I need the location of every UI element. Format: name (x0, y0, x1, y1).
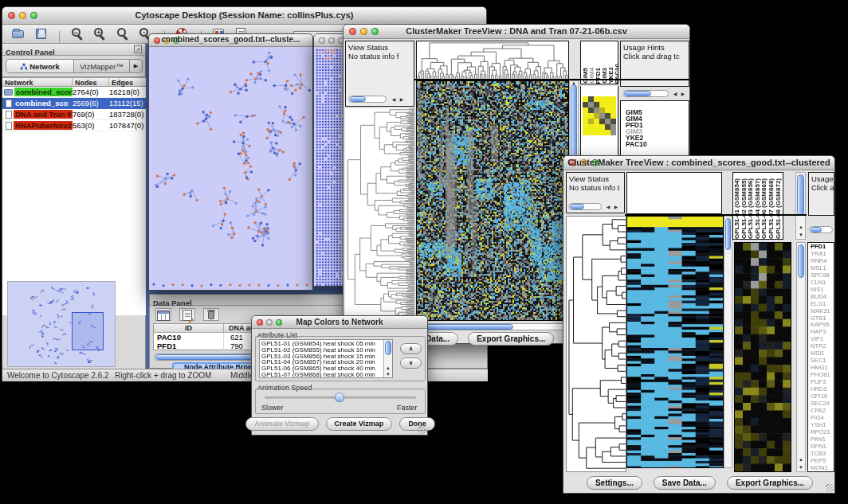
attribute-list-item[interactable]: GPL51-07 (GSM868) heat shock 60 min (261, 372, 391, 378)
tv2-row-dendrogram[interactable] (566, 216, 626, 472)
zoom-heatmap-cell[interactable] (605, 119, 610, 124)
scroll-right-icon[interactable] (680, 92, 686, 96)
tab-vizmapper[interactable]: VizMapper™ (74, 59, 130, 73)
scroll-down-icon[interactable] (798, 465, 804, 470)
open-session-icon[interactable] (11, 27, 26, 41)
zoom-heatmap-cell[interactable] (610, 102, 616, 107)
resize-grip[interactable] (826, 484, 834, 492)
tv1-column-dendrogram[interactable] (416, 41, 569, 80)
col-network[interactable]: Network (2, 78, 73, 86)
zoom-heatmap-cell[interactable] (605, 124, 610, 130)
scroll-right-icon[interactable] (398, 97, 405, 102)
zoom-in-icon[interactable]: + (93, 27, 108, 41)
done-button[interactable]: Done (399, 417, 435, 431)
zoom-heatmap-cell[interactable] (599, 107, 605, 113)
zoom-heatmap-cell[interactable] (594, 119, 599, 124)
overview-selection-rect[interactable] (72, 312, 104, 350)
tv2-heatmap-vscrollbar[interactable] (724, 216, 732, 468)
network-row[interactable]: combined_sco2569(6)13112(15) (2, 98, 146, 109)
zoom-heatmap-cell[interactable] (599, 102, 605, 107)
resize-grip[interactable] (418, 426, 426, 434)
zoom-heatmap-cell[interactable] (594, 113, 599, 119)
zoom-heatmap-cell[interactable] (610, 124, 616, 130)
scroll-down-icon[interactable] (385, 372, 391, 377)
zoom-heatmap-cell[interactable] (605, 96, 610, 102)
export-graphics-button[interactable]: Export Graphics... (468, 332, 554, 346)
move-down-button[interactable]: ∨ (400, 357, 422, 369)
zoom-heatmap-cell[interactable] (583, 107, 588, 113)
main-titlebar[interactable]: Cytoscape Desktop (Session Name: collins… (2, 7, 486, 25)
animation-speed-slider[interactable] (265, 397, 416, 399)
dialog-titlebar[interactable]: Map Colors to Network (252, 316, 427, 329)
zoom-heatmap-cell[interactable] (588, 130, 594, 135)
slider-thumb[interactable] (335, 393, 344, 402)
zoom-heatmap-cell[interactable] (605, 130, 610, 135)
attribute-list-scrollbar[interactable] (383, 340, 392, 377)
tv2-gene-scrollbar[interactable] (796, 242, 806, 472)
scroll-up-icon[interactable] (571, 80, 577, 85)
save-session-icon[interactable] (34, 27, 49, 41)
treeview1-titlebar[interactable]: ClusterMaker TreeView : DNA and Tran 07-… (344, 25, 689, 39)
animate-vizmap-button[interactable]: Animate Vizmap (245, 417, 318, 431)
zoom-heatmap-cell[interactable] (599, 96, 605, 102)
zoom-heatmap-cell[interactable] (583, 124, 588, 130)
zoom-heatmap-cell[interactable] (588, 113, 594, 119)
tv1-hints-scrollbar[interactable] (622, 90, 669, 97)
zoom-heatmap-cell[interactable] (610, 96, 616, 102)
settings-button[interactable]: Settings... (587, 476, 642, 490)
zoom-heatmap-cell[interactable] (583, 102, 588, 107)
scroll-left-icon[interactable] (391, 97, 397, 102)
network-table-header[interactable]: Network Nodes Edges (2, 77, 146, 87)
zoom-heatmap-cell[interactable] (610, 130, 616, 135)
zoom-heatmap-cell[interactable] (583, 96, 588, 102)
scroll-up-icon[interactable] (385, 365, 391, 370)
tv2-status-scrollbar[interactable] (568, 203, 602, 210)
treeview2-titlebar[interactable]: ClusterMaker TreeView : combined_scores_… (563, 156, 834, 170)
zoom-heatmap-cell[interactable] (594, 96, 599, 102)
save-data-button[interactable]: Save Data... (654, 476, 716, 490)
close-button[interactable] (319, 37, 325, 44)
float-panel-icon[interactable]: ↗ (134, 45, 142, 53)
attribute-listbox[interactable]: GPL51-01 (GSM854) heat shock 05 minGPL51… (259, 339, 393, 378)
tv2-column-dendrogram-area[interactable] (626, 172, 722, 214)
zoom-heatmap-cell[interactable] (583, 130, 588, 135)
zoom-selected-icon[interactable] (116, 27, 131, 41)
network-row[interactable]: DNA and Tran 07769(0)183728(0) (2, 109, 146, 120)
tv2-array-label[interactable]: GPL51-08 (GSM872) (775, 178, 783, 239)
minimize-button[interactable] (328, 37, 335, 44)
zoom-heatmap-cell[interactable] (594, 124, 599, 130)
zoom-heatmap-cell[interactable] (594, 130, 599, 135)
attribute-select-icon[interactable] (155, 308, 171, 321)
scroll-up-icon[interactable] (798, 457, 804, 462)
zoom-heatmap-cell[interactable] (588, 124, 594, 130)
tv2-gene-label[interactable]: MON2 (811, 465, 834, 472)
scroll-left-icon[interactable] (605, 205, 611, 209)
zoom-heatmap-cell[interactable] (583, 113, 588, 119)
zoom-heatmap-cell[interactable] (583, 119, 588, 124)
tab-overflow-button[interactable]: ▶ (130, 59, 143, 73)
tv1-gene-label[interactable]: PAC10 (626, 141, 689, 147)
zoom-heatmap-cell[interactable] (599, 113, 605, 119)
tv2-global-heatmap[interactable] (626, 216, 724, 468)
tv1-global-heatmap[interactable] (416, 80, 569, 321)
tv1-status-scrollbar[interactable] (348, 96, 387, 103)
export-graphics-button[interactable]: Export Graphics... (727, 476, 813, 490)
new-attribute-icon[interactable] (179, 308, 195, 321)
tv2-zoom-heatmap[interactable] (734, 242, 791, 472)
col-edges[interactable]: Edges (109, 78, 146, 86)
zoom-heatmap-cell[interactable] (588, 96, 594, 102)
create-vizmap-button[interactable]: Create Vizmap (326, 417, 393, 431)
tv1-heatmap-hscrollbar[interactable] (416, 323, 569, 330)
scroll-right-icon[interactable] (613, 205, 619, 209)
tv1-array-label[interactable]: PAC10 (614, 64, 618, 84)
zoom-heatmap-cell[interactable] (588, 107, 594, 113)
zoom-out-icon[interactable]: − (71, 27, 85, 41)
zoom-heatmap-cell[interactable] (594, 102, 599, 107)
network-row[interactable]: RNAPuberNov2+563(0)107847(0) (2, 120, 146, 131)
network-overview-panel[interactable] (7, 281, 116, 367)
zoom-heatmap-cell[interactable] (610, 107, 616, 113)
zoom-heatmap-cell[interactable] (610, 113, 616, 119)
zoom-heatmap-cell[interactable] (588, 119, 594, 124)
zoom-heatmap-cell[interactable] (599, 130, 605, 135)
tv1-zoom-heatmap[interactable] (583, 96, 616, 135)
